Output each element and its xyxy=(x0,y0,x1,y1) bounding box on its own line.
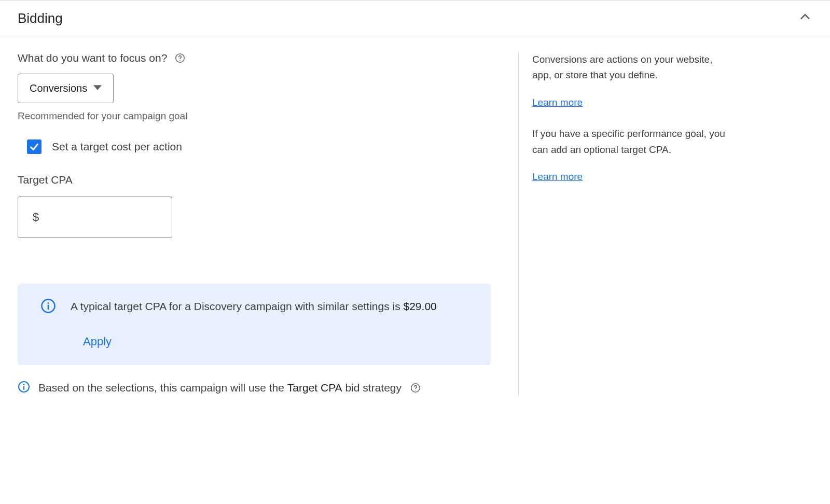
bidding-panel: Bidding What do you want to focus on? Co… xyxy=(0,0,830,396)
suggestion-amount: $29.00 xyxy=(404,300,437,312)
caret-down-icon xyxy=(93,82,102,94)
help-icon[interactable] xyxy=(174,52,186,64)
target-cpa-checkbox-row: Set a target cost per action xyxy=(27,139,508,154)
help-icon[interactable] xyxy=(410,382,421,394)
target-cpa-label: Target CPA xyxy=(18,174,508,186)
strategy-summary-row: Based on the selections, this campaign w… xyxy=(18,381,508,396)
panel-body: What do you want to focus on? Conversion… xyxy=(0,37,830,396)
sidebar-para-1: Conversions are actions on your website,… xyxy=(532,52,726,83)
target-cpa-input-wrapper[interactable]: $ xyxy=(18,197,172,238)
info-icon xyxy=(40,298,56,351)
left-column: What do you want to focus on? Conversion… xyxy=(18,52,508,396)
svg-point-1 xyxy=(180,60,181,61)
right-sidebar: Conversions are actions on your website,… xyxy=(518,52,726,396)
svg-point-10 xyxy=(415,390,416,390)
panel-title: Bidding xyxy=(18,10,63,26)
svg-marker-2 xyxy=(93,85,102,90)
focus-dropdown-value: Conversions xyxy=(30,82,87,94)
panel-header: Bidding xyxy=(0,1,830,37)
learn-more-link-2[interactable]: Learn more xyxy=(532,169,583,185)
strategy-summary-text: Based on the selections, this campaign w… xyxy=(38,382,402,394)
sidebar-para-2: If you have a specific performance goal,… xyxy=(532,126,726,158)
apply-button[interactable]: Apply xyxy=(83,333,112,351)
target-cpa-input[interactable] xyxy=(42,211,157,224)
svg-point-8 xyxy=(23,384,24,385)
suggestion-info-box: A typical target CPA for a Discovery cam… xyxy=(18,284,491,365)
focus-dropdown[interactable]: Conversions xyxy=(18,74,114,103)
svg-point-5 xyxy=(48,302,49,304)
target-cpa-checkbox[interactable] xyxy=(27,139,42,154)
suggestion-text: A typical target CPA for a Discovery cam… xyxy=(71,298,472,351)
currency-symbol: $ xyxy=(33,211,39,224)
collapse-icon[interactable] xyxy=(798,10,812,26)
suggestion-prefix: A typical target CPA for a Discovery cam… xyxy=(71,300,404,312)
focus-helper-text: Recommended for your campaign goal xyxy=(18,110,508,122)
focus-question-label: What do you want to focus on? xyxy=(18,52,167,64)
focus-question-row: What do you want to focus on? xyxy=(18,52,508,64)
learn-more-link-1[interactable]: Learn more xyxy=(532,95,583,110)
info-icon xyxy=(18,381,30,396)
target-cpa-checkbox-label: Set a target cost per action xyxy=(52,141,182,153)
